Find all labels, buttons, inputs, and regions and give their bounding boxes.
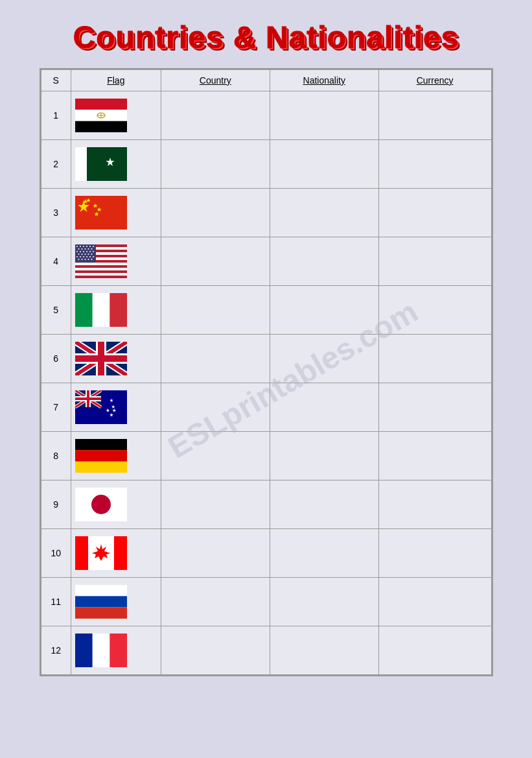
svg-point-40	[84, 248, 86, 250]
row-nationality	[270, 626, 378, 675]
row-flag	[71, 237, 161, 286]
svg-rect-25	[75, 263, 127, 265]
svg-point-56	[83, 256, 84, 257]
svg-rect-29	[75, 273, 127, 276]
row-sno: 9	[41, 480, 71, 529]
svg-rect-93	[75, 439, 127, 450]
table-row: 12	[41, 626, 491, 675]
svg-rect-102	[75, 608, 127, 619]
row-currency	[378, 335, 491, 383]
svg-point-57	[86, 256, 87, 257]
table-row: 10	[41, 529, 491, 578]
svg-point-60	[78, 259, 79, 260]
svg-point-41	[87, 248, 89, 250]
header-currency: Currency	[378, 70, 491, 91]
svg-point-43	[76, 251, 78, 252]
row-nationality	[270, 189, 378, 237]
svg-rect-66	[75, 293, 93, 327]
svg-point-36	[89, 246, 91, 247]
row-nationality	[270, 140, 378, 189]
header-flag: Flag	[71, 70, 161, 91]
svg-rect-3	[75, 121, 127, 132]
row-country	[161, 529, 270, 578]
svg-rect-30	[75, 276, 127, 278]
svg-point-96	[91, 495, 111, 514]
row-currency	[378, 91, 491, 140]
table-row: 7	[41, 383, 491, 432]
svg-point-39	[81, 248, 82, 250]
header-sno: S	[41, 70, 71, 91]
row-sno: 12	[41, 626, 71, 675]
table-row: 5	[41, 286, 491, 335]
row-sno: 7	[41, 383, 71, 432]
svg-rect-86	[75, 397, 101, 400]
row-nationality	[270, 383, 378, 432]
row-country	[161, 626, 270, 675]
row-flag	[71, 91, 161, 140]
svg-point-62	[84, 259, 86, 260]
row-country	[161, 480, 270, 529]
row-flag	[71, 140, 161, 189]
svg-point-50	[81, 254, 82, 255]
row-currency	[378, 237, 491, 286]
svg-rect-8	[87, 147, 127, 181]
row-country	[161, 91, 270, 140]
svg-point-63	[87, 259, 89, 260]
svg-rect-10	[75, 196, 127, 230]
row-currency	[378, 578, 491, 626]
svg-point-35	[86, 246, 87, 247]
row-country	[161, 286, 270, 335]
row-country	[161, 189, 270, 237]
row-nationality	[270, 237, 378, 286]
main-table-wrapper: S Flag Country Nationality Currency 1	[40, 68, 493, 676]
row-sno: 1	[41, 91, 71, 140]
svg-rect-99	[114, 536, 127, 570]
svg-point-54	[76, 256, 78, 257]
svg-point-37	[93, 246, 94, 247]
svg-point-45	[83, 251, 84, 252]
table-row: 9	[41, 480, 491, 529]
svg-point-48	[93, 251, 94, 252]
svg-point-38	[78, 248, 79, 250]
table-row: 1	[41, 91, 491, 140]
row-nationality	[270, 91, 378, 140]
row-nationality	[270, 286, 378, 335]
row-country	[161, 335, 270, 383]
row-flag	[71, 335, 161, 383]
row-currency	[378, 529, 491, 578]
row-nationality	[270, 432, 378, 480]
svg-rect-94	[75, 450, 127, 461]
row-sno: 10	[41, 529, 71, 578]
table-row: 3	[41, 189, 491, 237]
svg-rect-104	[75, 634, 93, 667]
svg-point-46	[86, 251, 87, 252]
row-flag	[71, 626, 161, 675]
svg-rect-1	[75, 99, 127, 110]
table-row: 8	[41, 432, 491, 480]
svg-point-33	[80, 246, 81, 247]
row-country	[161, 140, 270, 189]
row-currency	[378, 189, 491, 237]
row-sno: 6	[41, 335, 71, 383]
svg-point-58	[89, 256, 91, 257]
svg-rect-26	[75, 265, 127, 268]
svg-point-55	[80, 256, 81, 257]
countries-table: S Flag Country Nationality Currency 1	[41, 69, 492, 675]
svg-rect-76	[75, 355, 127, 362]
table-row: 6	[41, 335, 491, 383]
row-nationality	[270, 335, 378, 383]
row-sno: 2	[41, 140, 71, 189]
header-nationality: Nationality	[270, 70, 378, 91]
svg-point-52	[87, 254, 89, 255]
row-sno: 3	[41, 189, 71, 237]
row-flag	[71, 383, 161, 432]
row-flag	[71, 432, 161, 480]
row-country	[161, 578, 270, 626]
row-country	[161, 383, 270, 432]
row-currency	[378, 140, 491, 189]
row-currency	[378, 286, 491, 335]
row-currency	[378, 480, 491, 529]
svg-rect-101	[75, 596, 127, 607]
table-row: 11	[41, 578, 491, 626]
row-flag	[71, 189, 161, 237]
